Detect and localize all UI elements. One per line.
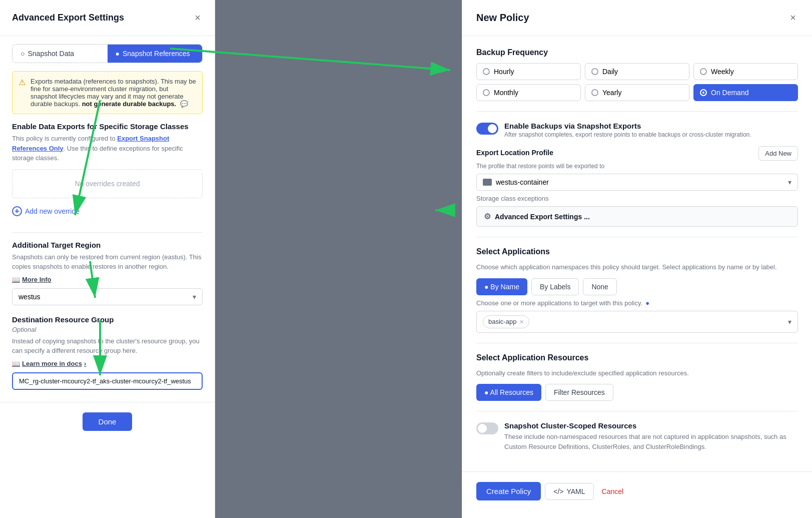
add-override-icon: + xyxy=(12,206,22,216)
filter-resources-button[interactable]: Filter Resources xyxy=(545,384,613,401)
enable-backups-text: Enable Backups via Snapshot Exports Afte… xyxy=(504,122,751,138)
advanced-settings-link-label: Advanced Export Settings ... xyxy=(495,213,590,221)
frequency-weekly[interactable]: Weekly xyxy=(693,63,798,80)
modal-header: Advanced Export Settings × xyxy=(0,0,215,36)
enable-backups-row: Enable Backups via Snapshot Exports Afte… xyxy=(476,122,798,138)
add-override-button[interactable]: + Add new override xyxy=(12,202,80,220)
new-policy-body: Backup Frequency Hourly Daily Weekly Mon… xyxy=(462,36,812,471)
create-policy-button[interactable]: Create Policy xyxy=(476,482,541,500)
new-policy-close-button[interactable]: × xyxy=(788,10,798,26)
basic-app-tag: basic-app × xyxy=(483,315,529,328)
destination-resource-input[interactable] xyxy=(12,372,203,390)
by-name-label: By Name xyxy=(490,283,519,291)
monthly-label: Monthly xyxy=(494,89,518,97)
all-resources-button[interactable]: ● All Resources xyxy=(476,384,541,401)
snapshot-refs-label: Snapshot References xyxy=(123,50,190,58)
new-policy-panel: New Policy × Backup Frequency Hourly Dai… xyxy=(462,0,812,518)
dest-desc: Instead of copying snapshots to the clus… xyxy=(12,336,203,356)
frequency-hourly[interactable]: Hourly xyxy=(476,63,581,80)
cluster-scoped-text: Snapshot Cluster-Scoped Resources These … xyxy=(504,421,798,451)
applications-dropdown[interactable]: basic-app × ▾ xyxy=(476,311,798,333)
none-label: None xyxy=(591,283,608,291)
add-new-profile-button[interactable]: Add New xyxy=(758,146,798,161)
additional-region-section: Additional Target Region Snapshots can o… xyxy=(0,241,215,315)
snapshot-data-radio: ○ xyxy=(21,50,25,58)
export-location-desc: The profile that restore points will be … xyxy=(476,163,798,170)
frequency-monthly[interactable]: Monthly xyxy=(476,84,581,101)
select-applications-section: Select Applications Choose which applica… xyxy=(476,247,798,333)
warning-box: ⚠ Exports metadata (references to snapsh… xyxy=(12,71,203,114)
optional-label: Optional xyxy=(12,326,203,333)
modal-title: Advanced Export Settings xyxy=(12,13,124,23)
snapshot-refs-radio: ● xyxy=(116,50,120,58)
storage-classes-desc: This policy is currently configured to E… xyxy=(12,134,203,163)
dest-title: Destination Resource Group xyxy=(12,315,203,324)
warning-icon: ⚠ xyxy=(19,78,26,108)
cancel-button[interactable]: Cancel xyxy=(598,483,628,499)
divider-3 xyxy=(476,343,798,343)
choose-apps-desc: Choose one or more applications to targe… xyxy=(476,299,798,307)
warning-bubble: 💬 xyxy=(180,100,188,108)
learn-more-book-icon: 📖 xyxy=(12,360,20,367)
storage-classes-section: Enable Data Exports for Specific Storage… xyxy=(0,122,215,230)
export-location-section: Export Location Profile Add New The prof… xyxy=(476,146,798,227)
basic-app-remove[interactable]: × xyxy=(519,318,523,326)
modal-footer: Done xyxy=(0,402,215,441)
more-info-label: More Info xyxy=(22,276,52,283)
add-override-label: Add new override xyxy=(25,207,80,215)
storage-classes-title: Enable Data Exports for Specific Storage… xyxy=(12,122,203,131)
profile-chevron: ▾ xyxy=(788,178,791,186)
none-button[interactable]: None xyxy=(583,278,616,295)
backup-frequency-options: Hourly Daily Weekly Monthly Yearly On De… xyxy=(476,63,798,101)
done-button[interactable]: Done xyxy=(83,412,133,431)
hourly-label: Hourly xyxy=(494,68,514,76)
cluster-scoped-toggle[interactable] xyxy=(476,422,498,434)
frequency-yearly[interactable]: Yearly xyxy=(585,84,689,101)
yaml-button[interactable]: </> YAML xyxy=(545,483,593,500)
daily-radio xyxy=(591,68,598,75)
basic-app-label: basic-app xyxy=(488,318,516,325)
frequency-daily[interactable]: Daily xyxy=(585,63,689,80)
warning-text: Exports metadata (references to snapshot… xyxy=(31,78,196,108)
more-info-link[interactable]: 📖 More Info xyxy=(12,276,203,283)
info-icon[interactable]: ● xyxy=(645,299,649,307)
applications-options: ● By Name By Labels None xyxy=(476,278,798,295)
additional-region-desc: Snapshots can only be restored from curr… xyxy=(12,252,203,272)
by-labels-button[interactable]: By Labels xyxy=(531,278,579,295)
destination-resource-section: Destination Resource Group Optional Inst… xyxy=(0,315,215,402)
resources-options: ● All Resources Filter Resources xyxy=(476,384,798,401)
advanced-export-settings-link[interactable]: ⚙ Advanced Export Settings ... xyxy=(476,206,798,227)
filter-resources-label: Filter Resources xyxy=(554,388,605,396)
no-overrides-text: No overrides created xyxy=(12,169,203,198)
region-select[interactable]: westus ▾ xyxy=(12,288,203,305)
tab-snapshot-data[interactable]: ○ Snapshot Data xyxy=(13,45,108,63)
storage-icon xyxy=(483,179,492,186)
hourly-radio xyxy=(483,68,490,75)
learn-more-link[interactable]: 📖 Learn more in docs › xyxy=(12,360,203,367)
region-value: westus xyxy=(19,293,41,301)
frequency-on-demand[interactable]: On Demand xyxy=(693,84,798,101)
enable-backups-toggle[interactable] xyxy=(476,123,498,135)
export-refs-link[interactable]: Export Snapshot References Only xyxy=(12,135,169,152)
weekly-radio xyxy=(700,68,707,75)
daily-label: Daily xyxy=(602,68,618,76)
export-location-header: Export Location Profile Add New xyxy=(476,146,798,161)
selected-profile-value: westus-container xyxy=(496,178,549,186)
on-demand-radio xyxy=(700,89,707,96)
additional-region-title: Additional Target Region xyxy=(12,241,203,249)
by-name-button[interactable]: ● By Name xyxy=(476,278,527,295)
select-resources-desc: Optionally create filters to include/exc… xyxy=(476,368,798,378)
selected-apps: basic-app × xyxy=(483,315,529,328)
select-applications-title: Select Applications xyxy=(476,247,798,256)
new-policy-title: New Policy xyxy=(476,12,529,24)
enable-backups-desc: After snapshot completes, export restore… xyxy=(504,131,751,138)
weekly-label: Weekly xyxy=(711,68,734,76)
backup-frequency-title: Backup Frequency xyxy=(476,48,798,57)
new-policy-header: New Policy × xyxy=(462,0,812,36)
modal-close-button[interactable]: × xyxy=(193,10,203,26)
tab-snapshot-references[interactable]: ● Snapshot References xyxy=(108,45,203,63)
yaml-label: YAML xyxy=(566,487,585,495)
modal-divider xyxy=(12,232,203,233)
profile-select[interactable]: westus-container ▾ xyxy=(476,174,798,191)
yaml-icon: </> xyxy=(553,487,563,495)
